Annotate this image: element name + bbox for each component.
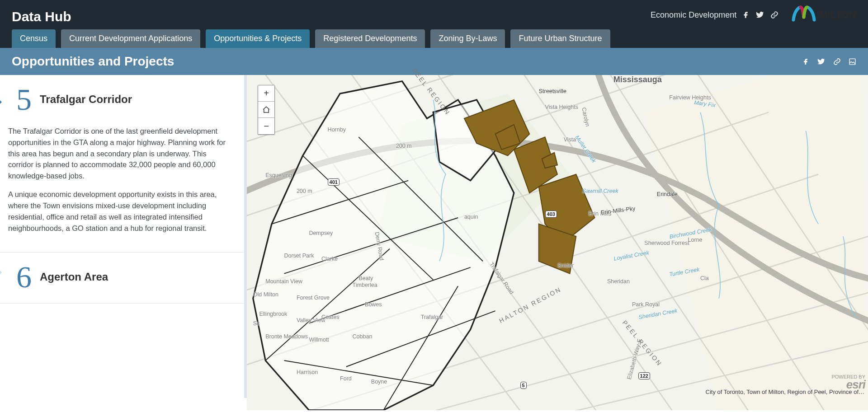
facebook-icon[interactable] (802, 58, 810, 66)
map-label: Sherwood Forrest (644, 240, 689, 246)
map-label: Snider (557, 262, 574, 269)
map-label: Coates (321, 314, 340, 320)
link-icon[interactable] (770, 11, 779, 19)
route-shield-5: 5 (520, 382, 527, 389)
svg-rect-0 (849, 59, 855, 65)
map-label: Bowes (365, 301, 382, 308)
map-label: Mountain View (265, 278, 302, 285)
zoom-out-button[interactable]: − (258, 118, 274, 134)
side-panel[interactable]: 5 Trafalgar Corridor The Trafalgar Corri… (0, 75, 247, 398)
map-view[interactable]: + − Mississauga Streetsville Vista Heigh… (247, 75, 868, 398)
section-number: 6 (16, 262, 32, 292)
link-icon[interactable] (833, 58, 841, 66)
section-trafalgar-corridor[interactable]: 5 Trafalgar Corridor The Trafalgar Corri… (0, 75, 244, 252)
route-shield-122: 122 (638, 372, 650, 379)
section-paragraph: The Trafalgar Corridor is one of the las… (8, 126, 232, 182)
map-label: aquin (464, 214, 478, 220)
map-controls: + − (258, 85, 275, 135)
section-header: 6 Agerton Area (8, 262, 232, 292)
map-label: Esquesing (265, 172, 292, 178)
esri-badge: POWERED BY esri (831, 375, 865, 390)
map-label: Trafalgar (421, 314, 443, 320)
map-label: Sawmill Creek (582, 188, 618, 194)
highway-shield-403: 403 (545, 211, 557, 218)
map-label: Harrison (297, 369, 318, 375)
map-label: Park Royal (632, 301, 660, 308)
map-label: Mississauga (613, 75, 662, 84)
map-canvas[interactable] (247, 75, 868, 410)
section-title: Trafalgar Corridor (40, 93, 132, 106)
tab-registered-developments[interactable]: Registered Developments (315, 29, 425, 48)
map-label: Sheridan (607, 278, 630, 285)
map-label: Timberlea (353, 282, 377, 288)
page-title: Opportunities and Projects (12, 54, 174, 69)
top-header: Data Hub Economic Development MILTON (0, 0, 868, 29)
map-label: Forest Grove (297, 295, 330, 301)
map-label: Beaty (359, 275, 373, 281)
section-paragraph: A unique economic development opportunit… (8, 189, 232, 234)
milton-logo[interactable]: MILTON (791, 5, 856, 25)
map-label: Valley View (297, 317, 325, 323)
map-label: Dempsey (309, 230, 333, 236)
map-label: Vista Heights (545, 104, 578, 110)
site-title: Data Hub (12, 9, 71, 24)
map-label: Ford (340, 375, 352, 382)
map-label: Streetsville (539, 88, 566, 94)
map-label: Lorne (688, 237, 703, 243)
section-next[interactable] (0, 303, 244, 342)
main-content: 5 Trafalgar Corridor The Trafalgar Corri… (0, 75, 868, 398)
map-attribution: City of Toronto, Town of Milton, Region … (706, 389, 864, 395)
map-label: Cla (700, 275, 709, 281)
map-label: Clarke (321, 256, 338, 262)
section-arrow-icon (0, 262, 2, 282)
tab-current-dev-apps[interactable]: Current Development Applications (61, 29, 200, 48)
map-label: Fairview Heights (669, 94, 711, 101)
band-share-group (802, 58, 856, 66)
highway-shield-401: 401 (328, 178, 340, 186)
map-label: Dorset Park (284, 253, 314, 259)
map-label: Ellingbrook (259, 311, 287, 317)
page-band: Opportunities and Projects (0, 48, 868, 75)
image-icon[interactable] (849, 58, 856, 66)
active-section-arrow-icon (0, 92, 2, 112)
tab-future-urban-structure[interactable]: Future Urban Structure (510, 29, 610, 48)
section-header: 5 Trafalgar Corridor (8, 84, 232, 115)
section-body: The Trafalgar Corridor is one of the las… (8, 126, 232, 234)
tab-opportunities-projects[interactable]: Opportunities & Projects (206, 29, 310, 48)
map-label: Cobban (353, 333, 373, 340)
logo-text: MILTON (820, 10, 856, 20)
map-label: Sc (253, 320, 260, 327)
map-label: 200 m (396, 143, 412, 149)
zoom-in-button[interactable]: + (258, 85, 274, 102)
twitter-icon[interactable] (755, 11, 764, 19)
section-agerton-area[interactable]: 6 Agerton Area (0, 252, 244, 303)
section-number: 5 (16, 84, 32, 115)
tab-census[interactable]: Census (12, 29, 56, 48)
home-extent-button[interactable] (258, 102, 274, 118)
map-label: Willmott (309, 337, 329, 343)
header-right-group: Economic Development MILTON (651, 5, 856, 25)
facebook-icon[interactable] (742, 11, 750, 19)
main-tabs: Census Current Development Applications … (0, 29, 868, 48)
map-label: Old Milton (253, 291, 278, 298)
map-label: 200 m (297, 188, 312, 194)
tab-zoning-by-laws[interactable]: Zoning By-Laws (430, 29, 505, 48)
section-title: Agerton Area (40, 271, 108, 283)
map-label: Boyne (371, 379, 387, 385)
map-label: Erindale (657, 191, 678, 197)
map-label: Bronte Meadows (265, 333, 308, 340)
twitter-icon[interactable] (817, 58, 826, 66)
map-label: Hornby (328, 126, 346, 133)
economic-development-link[interactable]: Economic Development (651, 10, 736, 20)
